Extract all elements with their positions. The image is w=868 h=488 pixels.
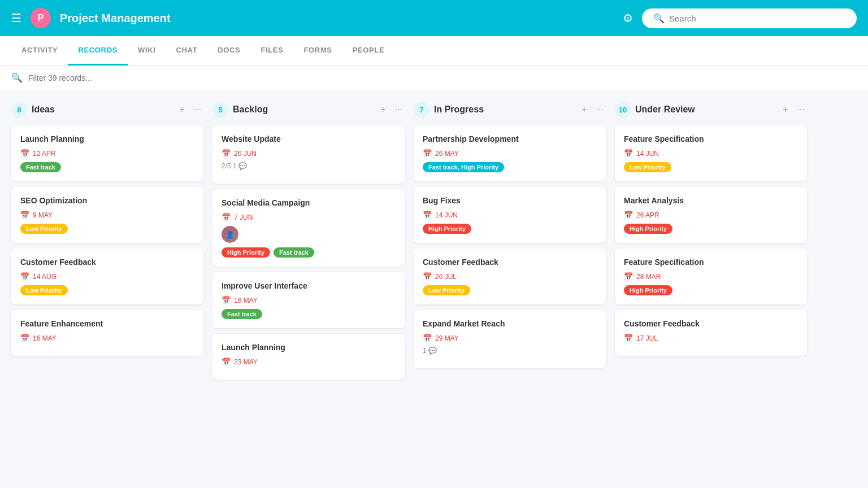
card-tag: Fast track [222,309,262,319]
card-ideas-2[interactable]: Customer Feedback 📅 14 AUG Low Priority [11,249,203,304]
card-date: 📅 26 JUL [423,272,597,281]
card-date: 📅 26 MAY [423,149,597,158]
calendar-icon: 📅 [624,334,633,342]
card-date: 📅 14 JUN [624,149,798,158]
column-menu-button-ideas[interactable]: ··· [192,103,203,116]
card-avatar: 👤 [222,226,238,243]
calendar-icon: 📅 [624,272,633,281]
column-ideas: 8 Ideas + ··· Launch Planning 📅 12 APR F… [11,102,203,465]
card-backlog-0[interactable]: Website Update 📅 26 JUN 2/5 1 💬 [212,125,405,184]
card-tags: High Priority [423,224,597,234]
app-logo: P [31,8,51,28]
tab-docs[interactable]: DOCS [207,36,250,66]
card-tags: High Priority [624,224,798,234]
tab-records[interactable]: RECORDS [68,36,128,66]
card-title: Bug Fixes [423,196,597,205]
search-bar: 🔍 [642,8,857,28]
card-title: Launch Planning [222,343,396,352]
card-title: Feature Specification [624,258,798,267]
column-actions-backlog: + ··· [378,103,405,116]
tab-wiki[interactable]: WIKI [128,36,166,66]
column-in-progress: 7 In Progress + ··· Partnership Developm… [414,102,606,465]
card-date: 📅 26 JUN [222,149,396,158]
tab-activity[interactable]: ACTIVITY [11,36,68,66]
card-tag: Low Priority [20,224,68,234]
card-tag: Fast track [274,247,314,258]
card-title: Feature Enhancement [20,319,194,328]
filter-icon: 🔍 [11,72,23,83]
calendar-icon: 📅 [222,149,231,158]
card-ideas-3[interactable]: Feature Enhancement 📅 16 MAY [11,310,203,356]
card-tag: High Priority [222,247,270,258]
column-header-under-review: 10 Under Review + ··· [615,102,807,117]
card-in-progress-3[interactable]: Expand Market Reach 📅 29 MAY 1 💬 [414,310,606,368]
tab-forms[interactable]: FORMS [294,36,342,66]
card-tag: High Priority [624,224,672,234]
column-backlog: 5 Backlog + ··· Website Update 📅 26 JUN … [212,102,405,465]
card-tag: Fast track, High Priority [423,162,504,172]
filter-input[interactable] [28,73,857,82]
card-title: Improve User Interface [222,281,396,290]
tab-chat[interactable]: CHAT [166,36,207,66]
card-backlog-1[interactable]: Social Media Campaign 📅 7 JUN 👤 High Pri… [212,189,405,267]
column-title-in-progress: In Progress [434,104,575,115]
card-meta: 1 💬 [423,347,597,355]
card-tag: Low Priority [423,285,470,295]
card-tags: Low Priority [624,162,798,172]
tab-files[interactable]: FILES [250,36,293,66]
card-title: Partnership Development [423,134,597,143]
card-under-review-1[interactable]: Market Analysis 📅 26 APR High Priority [615,187,807,243]
column-title-under-review: Under Review [635,104,776,115]
card-title: Customer Feedback [423,258,597,267]
card-title: Customer Feedback [624,319,798,328]
tab-people[interactable]: PEOPLE [342,36,395,66]
search-input[interactable] [669,14,845,23]
column-badge-ideas: 8 [11,102,27,117]
card-in-progress-0[interactable]: Partnership Development 📅 26 MAY Fast tr… [414,125,606,181]
card-title: Customer Feedback [20,258,194,267]
card-tags: High PriorityFast track [222,247,396,258]
calendar-icon: 📅 [624,211,633,219]
card-date: 📅 12 APR [20,149,194,158]
column-actions-ideas: + ··· [177,103,203,116]
add-card-button-ideas[interactable]: + [177,103,186,116]
nav-tabs: ACTIVITY RECORDS WIKI CHAT DOCS FILES FO… [0,36,868,66]
hamburger-icon[interactable]: ☰ [11,11,21,25]
card-tags: Fast track [20,162,194,172]
add-card-button-under-review[interactable]: + [780,103,790,116]
column-actions-in-progress: + ··· [579,103,606,116]
card-tags: Low Priority [423,285,597,295]
card-under-review-0[interactable]: Feature Specification 📅 14 JUN Low Prior… [615,125,807,181]
card-ideas-1[interactable]: SEO Optimization 📅 9 MAY Low Priority [11,187,203,243]
app-title: Project Management [60,12,614,25]
card-date: 📅 26 APR [624,211,798,219]
calendar-icon: 📅 [624,149,633,158]
column-under-review: 10 Under Review + ··· Feature Specificat… [615,102,807,465]
add-card-button-backlog[interactable]: + [378,103,388,116]
card-tags: Fast track, High Priority [423,162,597,172]
card-title: Social Media Campaign [222,198,396,207]
card-title: Market Analysis [624,196,798,205]
card-ideas-0[interactable]: Launch Planning 📅 12 APR Fast track [11,125,203,181]
card-under-review-3[interactable]: Customer Feedback 📅 17 JUL [615,310,807,356]
search-icon: 🔍 [653,13,665,24]
card-tags: High Priority [624,285,798,295]
add-card-button-in-progress[interactable]: + [579,103,589,116]
card-in-progress-2[interactable]: Customer Feedback 📅 26 JUL Low Priority [414,249,606,304]
column-menu-button-under-review[interactable]: ··· [795,103,807,116]
card-date: 📅 23 MAY [222,358,396,366]
card-tags: Fast track [222,309,396,319]
card-title: SEO Optimization [20,196,194,205]
card-under-review-2[interactable]: Feature Specification 📅 28 MAR High Prio… [615,249,807,304]
card-backlog-3[interactable]: Launch Planning 📅 23 MAY [212,334,405,380]
calendar-icon: 📅 [222,358,231,366]
card-date: 📅 9 MAY [20,211,194,219]
column-menu-button-backlog[interactable]: ··· [393,103,405,116]
card-backlog-2[interactable]: Improve User Interface 📅 16 MAY Fast tra… [212,272,405,328]
card-in-progress-1[interactable]: Bug Fixes 📅 14 JUN High Priority [414,187,606,243]
column-menu-button-in-progress[interactable]: ··· [594,103,606,116]
gear-icon[interactable]: ⚙ [623,11,633,25]
card-date: 📅 14 JUN [423,211,597,219]
card-title: Website Update [222,134,396,143]
calendar-icon: 📅 [20,211,29,219]
